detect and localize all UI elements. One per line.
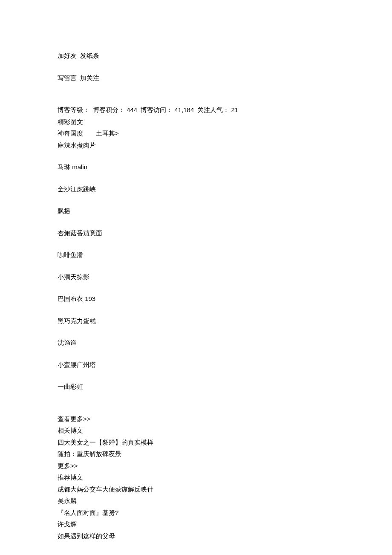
featured-title: 精彩图文 <box>58 117 392 127</box>
add-friend-link[interactable]: 加好友 <box>58 51 77 61</box>
featured-item[interactable]: 咖啡鱼潘 <box>58 250 392 260</box>
send-note-link[interactable]: 发纸条 <box>80 51 99 61</box>
recommended-item[interactable]: 如果遇到这样的父母 <box>58 532 392 541</box>
follow-link[interactable]: 加关注 <box>80 73 99 83</box>
view-more-link[interactable]: 查看更多>> <box>58 414 392 424</box>
recommended-author[interactable]: 吴永麟 <box>58 496 392 506</box>
level-label: 博客等级： <box>58 106 89 113</box>
blog-stats: 博客等级： 博客积分：444 博客访问：41,184 关注人气：21 <box>58 105 392 115</box>
featured-item[interactable]: 麻辣水煮肉片 <box>58 141 392 150</box>
visits-label: 博客访问： <box>141 106 173 113</box>
featured-item[interactable]: 金沙江虎跳峡 <box>58 185 392 194</box>
featured-item[interactable]: 小蛮腰广州塔 <box>58 360 392 370</box>
recommended-item[interactable]: 成都大妈公交车大便获谅解反映什 <box>58 485 392 494</box>
related-title: 相关博文 <box>58 426 392 436</box>
featured-item[interactable]: 飘摇 <box>58 206 392 216</box>
featured-item[interactable]: 小洞天掠影 <box>58 272 392 282</box>
recommended-title: 推荐博文 <box>58 473 392 483</box>
featured-item[interactable]: 一曲彩虹 <box>58 382 392 392</box>
recommended-item[interactable]: 『名人面对面』基努? <box>58 508 392 518</box>
featured-item[interactable]: 马琳 malin <box>58 162 392 172</box>
featured-item[interactable]: 巴国布衣 193 <box>58 294 392 304</box>
points-value: 444 <box>127 106 137 113</box>
followers-label: 关注人气： <box>197 106 229 113</box>
related-item[interactable]: 四大美女之一【貂蝉】的真实模样 <box>58 438 392 448</box>
followers-value: 21 <box>231 106 238 113</box>
recommended-author[interactable]: 许戈辉 <box>58 520 392 529</box>
leave-message-link[interactable]: 写留言 <box>58 73 77 83</box>
points-label: 博客积分： <box>93 106 125 113</box>
related-item[interactable]: 随拍：重庆解放碑夜景 <box>58 449 392 459</box>
featured-item[interactable]: 杏鲍菇番茄意面 <box>58 228 392 238</box>
featured-item[interactable]: 神奇国度——土耳其> <box>58 129 392 139</box>
more-link[interactable]: 更多>> <box>58 461 392 471</box>
featured-item[interactable]: 黑巧克力蛋糕 <box>58 316 392 326</box>
featured-item[interactable]: 沈诌诌 <box>58 338 392 348</box>
visits-value: 41,184 <box>174 106 194 113</box>
